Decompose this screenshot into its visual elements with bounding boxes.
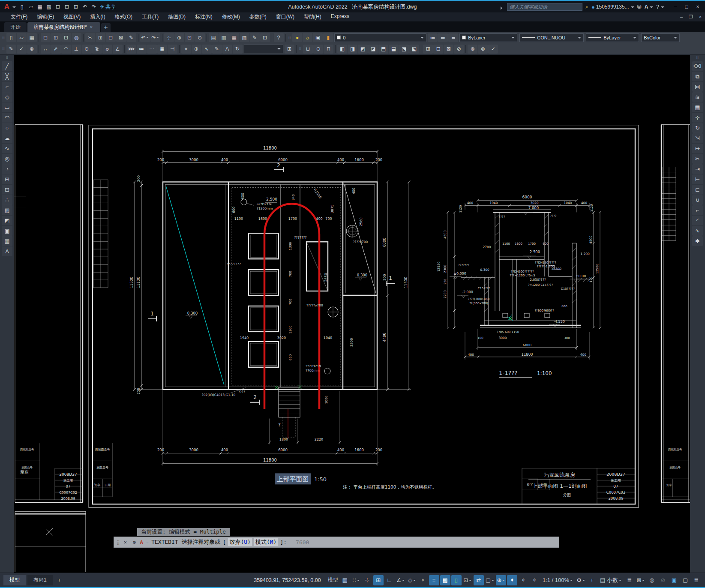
isolate-objects-toggle[interactable]: ◎: [647, 575, 657, 585]
dim-text-edit-button[interactable]: A: [222, 45, 232, 54]
transparency-toggle[interactable]: ▩: [440, 575, 450, 585]
app-store-icon[interactable]: ⛁: [637, 4, 642, 10]
undo-button[interactable]: ↶: [140, 33, 150, 42]
annotation-monitor-toggle[interactable]: +: [587, 575, 597, 585]
stretch-tool[interactable]: ↦: [692, 144, 703, 153]
union-button[interactable]: ⊔: [303, 45, 313, 54]
blend-curves-tool[interactable]: ∿: [692, 226, 703, 236]
layers-toolbar-grip[interactable]: ⠿: [288, 36, 291, 40]
dim-baseline-button[interactable]: ≔: [137, 45, 147, 54]
offset-tool[interactable]: ≋: [692, 92, 703, 102]
account-menu[interactable]: ●1505999135...: [591, 4, 634, 10]
polygon-tool[interactable]: ◇: [2, 92, 12, 102]
mirror-tool[interactable]: ⋈: [692, 82, 703, 92]
mtext-tool[interactable]: A: [2, 246, 12, 256]
dim-linear-button[interactable]: ↔: [41, 45, 51, 54]
sheet-set-button[interactable]: ▧: [240, 33, 249, 42]
tool-palettes-button[interactable]: ▦: [229, 33, 239, 42]
check-button[interactable]: ✓: [488, 45, 498, 54]
solids-toolbar-grip[interactable]: ⠿: [299, 47, 302, 51]
dim-style-manager-button[interactable]: ⊞: [285, 45, 294, 54]
minimize-button[interactable]: –: [670, 4, 681, 10]
menu-parametric[interactable]: 参数(P): [245, 13, 271, 21]
command-option-mode[interactable]: 模式(M): [254, 538, 278, 546]
layer-dropdown[interactable]: 0: [334, 33, 426, 42]
color-edges-button[interactable]: ⊟: [433, 45, 443, 54]
dim-update-button[interactable]: ↻: [233, 45, 243, 54]
plotstyle-dropdown[interactable]: ByColor: [641, 33, 680, 42]
shell-button[interactable]: ⊚: [478, 45, 488, 54]
region-tool[interactable]: ▣: [2, 226, 12, 236]
dim-angular-button[interactable]: ∠: [113, 45, 123, 54]
revcloud-tool[interactable]: ☁: [2, 133, 12, 143]
qat-open-button[interactable]: ▱: [27, 3, 35, 11]
search-collapse-icon[interactable]: [501, 6, 504, 10]
circle-tool[interactable]: ○: [2, 123, 12, 133]
menu-help[interactable]: 帮助(H): [299, 13, 326, 21]
annotation-scale-sync-toggle[interactable]: ✧: [529, 575, 540, 585]
toolbar-grip[interactable]: ⠿: [2, 36, 5, 40]
open-button[interactable]: ▱: [17, 33, 27, 42]
units-dropdown[interactable]: ▤ 小数: [598, 575, 624, 585]
toolbar2-grip[interactable]: ⠿: [2, 47, 5, 51]
qat-export-button[interactable]: ⊡: [63, 3, 71, 11]
pan-button[interactable]: ⊹: [164, 33, 174, 42]
dim-edit-button[interactable]: ✎: [212, 45, 222, 54]
copy-base-button[interactable]: ⊠: [116, 33, 126, 42]
grid-toggle[interactable]: ▦: [340, 575, 350, 585]
trim-tool[interactable]: ✂: [692, 154, 703, 164]
infer-constraints-toggle[interactable]: ⊹: [362, 575, 372, 585]
menu-tools[interactable]: 工具(T): [137, 13, 163, 21]
draw-dock-grip[interactable]: ⠿: [6, 56, 9, 60]
intersect-button[interactable]: ⊓: [324, 45, 333, 54]
lock-ui-toggle[interactable]: ⊠: [636, 575, 646, 585]
share-button[interactable]: ✈共享: [100, 3, 116, 11]
scale-tool[interactable]: ⇲: [692, 133, 703, 143]
3d-osnap-toggle[interactable]: ⊡: [462, 575, 473, 585]
annotation-visibility-toggle[interactable]: ✦: [507, 575, 517, 585]
qat-undo-button[interactable]: ↶: [81, 3, 89, 11]
explode-tool[interactable]: ✱: [692, 236, 703, 246]
dim-break-button[interactable]: ⊣: [168, 45, 177, 54]
menu-format[interactable]: 格式(O): [110, 13, 137, 21]
polyline-tool[interactable]: ⌐: [2, 82, 12, 92]
table-tool[interactable]: ▦: [2, 236, 12, 246]
command-grip[interactable]: ⣿: [117, 540, 120, 545]
drawing-viewport[interactable]: 上部平面图 1:50 注： 平台上栏杆高度1100，均为不锈钢栏杆。 1-1??…: [14, 55, 690, 573]
new-layout-button[interactable]: +: [54, 576, 64, 585]
xline-tool[interactable]: ╳: [2, 72, 12, 81]
ellipse-tool[interactable]: ◎: [2, 154, 12, 164]
trusted-dwg-indicator[interactable]: ▣: [669, 575, 679, 585]
selection-filter-toggle[interactable]: ▢: [485, 575, 495, 585]
rotate-tool[interactable]: ↻: [692, 123, 703, 133]
copy-edges-button[interactable]: ⊞: [423, 45, 433, 54]
rectangle-tool[interactable]: ▭: [2, 102, 12, 112]
gizmo-toggle[interactable]: ⊕: [496, 575, 506, 585]
tolerance-button[interactable]: ⌖: [181, 45, 191, 54]
redo-button[interactable]: ↷: [150, 33, 160, 42]
copy-button[interactable]: ⊞: [96, 33, 105, 42]
properties-button[interactable]: ▤: [209, 33, 219, 42]
paste-button[interactable]: ⊟: [106, 33, 116, 42]
ortho-toggle[interactable]: ∟: [384, 575, 395, 585]
layer-previous-button[interactable]: ≕: [438, 33, 448, 42]
polar-tracking-toggle[interactable]: ∠: [396, 575, 406, 585]
search-input[interactable]: 键入关键字或短语: [507, 3, 582, 11]
linetype-dropdown[interactable]: CON...NUOU: [519, 33, 584, 42]
zoom-realtime-button[interactable]: ⊕: [174, 33, 184, 42]
modify-dock-grip[interactable]: ⠿: [696, 56, 699, 60]
menu-express[interactable]: Express: [326, 13, 354, 21]
qat-redo-button[interactable]: ↷: [90, 3, 98, 11]
arc-tool[interactable]: ◠: [2, 113, 12, 123]
fillet-tool[interactable]: ◜: [692, 216, 703, 225]
menu-window[interactable]: 窗口(W): [271, 13, 299, 21]
quickcalc-button[interactable]: ⊞: [260, 33, 270, 42]
erase-tool[interactable]: ⌫: [692, 61, 703, 71]
dim-space-button[interactable]: ≣: [157, 45, 167, 54]
designcenter-button[interactable]: ▥: [219, 33, 229, 42]
qat-plot-button[interactable]: ⊟: [54, 3, 62, 11]
save-button[interactable]: ▦: [27, 33, 37, 42]
tab-close-icon[interactable]: ×: [90, 24, 93, 30]
taper-faces-button[interactable]: ⬓: [389, 45, 399, 54]
workspace-switcher[interactable]: ⚙: [576, 575, 586, 585]
